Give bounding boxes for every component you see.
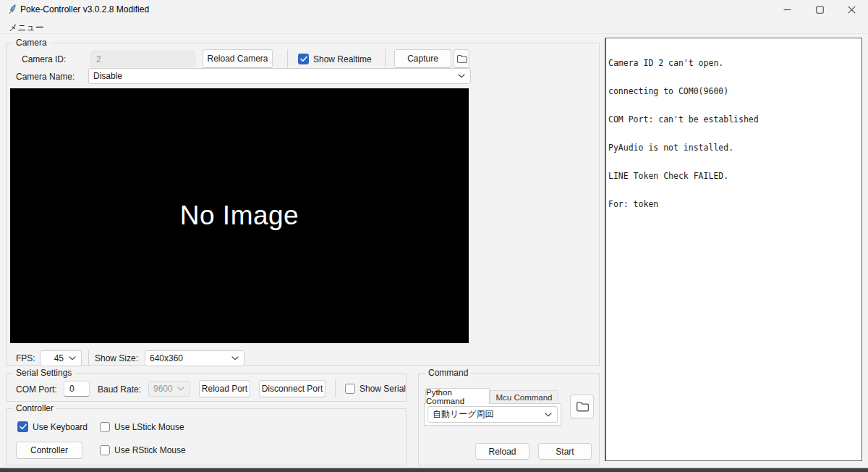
chevron-down-icon bbox=[545, 413, 552, 417]
use-rstick-mouse-label: Use RStick Mouse bbox=[114, 445, 186, 455]
start-button[interactable]: Start bbox=[538, 443, 592, 460]
com-port-value: 0 bbox=[69, 384, 75, 394]
check-icon bbox=[20, 423, 27, 430]
checkbox-unchecked-icon bbox=[345, 384, 355, 394]
command-group-label: Command bbox=[425, 368, 471, 379]
chevron-down-icon bbox=[458, 74, 465, 78]
log-line: PyAudio is not installed. bbox=[608, 143, 859, 153]
show-size-label: Show Size: bbox=[95, 353, 138, 363]
fps-combobox[interactable]: 45 bbox=[40, 350, 82, 366]
separator bbox=[335, 380, 336, 397]
controller-button[interactable]: Controller bbox=[16, 442, 82, 459]
menu-bar: メニュー bbox=[0, 19, 868, 34]
camera-name-combobox[interactable]: Disable bbox=[88, 68, 471, 84]
fps-label: FPS: bbox=[16, 353, 35, 363]
disconnect-port-button[interactable]: Disconnect Port bbox=[259, 380, 326, 397]
reload-button[interactable]: Reload bbox=[475, 443, 529, 460]
camera-preview-canvas: No Image bbox=[10, 88, 469, 343]
log-line: COM Port: can't be established bbox=[608, 115, 859, 125]
chevron-down-icon bbox=[69, 356, 76, 361]
menu-item-menu[interactable]: メニュー bbox=[6, 21, 47, 35]
show-size-combobox[interactable]: 640x360 bbox=[145, 350, 244, 366]
show-serial-checkbox[interactable]: Show Serial bbox=[345, 384, 406, 394]
camera-group-label: Camera bbox=[13, 38, 50, 49]
show-serial-label: Show Serial bbox=[359, 384, 406, 394]
separator bbox=[287, 49, 288, 68]
chevron-down-icon bbox=[177, 387, 184, 391]
log-output[interactable]: Camera ID 2 can't open. connecting to CO… bbox=[605, 38, 862, 461]
checkbox-unchecked-icon bbox=[100, 445, 110, 455]
folder-icon bbox=[576, 401, 589, 413]
window-bottom-edge bbox=[0, 468, 868, 472]
checkbox-checked-icon bbox=[298, 54, 309, 64]
separator bbox=[88, 350, 89, 366]
show-realtime-label: Show Realtime bbox=[313, 54, 372, 64]
com-port-label: COM Port: bbox=[16, 384, 57, 395]
serial-settings-group-label: Serial Settings bbox=[13, 368, 75, 379]
maximize-button[interactable] bbox=[803, 0, 836, 19]
window-title: Poke-Controller v3.0.2.8 Modified bbox=[20, 4, 149, 14]
use-lstick-mouse-checkbox[interactable]: Use LStick Mouse bbox=[100, 422, 184, 432]
camera-id-label: Camera ID: bbox=[22, 54, 66, 64]
show-realtime-checkbox[interactable]: Show Realtime bbox=[298, 54, 372, 64]
camera-id-field[interactable]: 2 bbox=[90, 51, 195, 67]
no-image-text: No Image bbox=[180, 201, 299, 231]
poke-controller-window: Poke-Controller v3.0.2.8 Modified メニュー C… bbox=[0, 0, 868, 472]
use-rstick-mouse-checkbox[interactable]: Use RStick Mouse bbox=[100, 445, 186, 455]
log-line: Camera ID 2 can't open. bbox=[608, 59, 859, 68]
checkbox-unchecked-icon bbox=[100, 422, 110, 432]
command-folder-button[interactable] bbox=[570, 395, 594, 418]
use-keyboard-checkbox[interactable]: Use Keyboard bbox=[17, 421, 88, 432]
reload-port-button[interactable]: Reload Port bbox=[199, 380, 250, 397]
reload-camera-button[interactable]: Reload Camera bbox=[203, 49, 273, 68]
tab-python-command[interactable]: Python Command bbox=[425, 388, 490, 404]
baud-rate-combobox[interactable]: 9600 bbox=[148, 381, 190, 397]
camera-name-label: Camera Name: bbox=[16, 72, 75, 82]
app-feather-icon bbox=[7, 4, 18, 15]
camera-id-value: 2 bbox=[96, 54, 101, 64]
close-button[interactable] bbox=[835, 0, 868, 19]
tab-mcu-command[interactable]: Mcu Command bbox=[490, 390, 558, 404]
checkbox-checked-icon bbox=[17, 421, 28, 432]
show-size-value: 640x360 bbox=[150, 353, 183, 363]
command-select-value: 自動リーグ周回 bbox=[433, 408, 494, 421]
camera-name-value: Disable bbox=[93, 71, 122, 81]
baud-rate-label: Baud Rate: bbox=[98, 384, 141, 395]
close-icon bbox=[848, 6, 856, 14]
controller-group-label: Controller bbox=[13, 403, 56, 414]
command-select-combobox[interactable]: 自動リーグ周回 bbox=[427, 406, 558, 423]
use-lstick-mouse-label: Use LStick Mouse bbox=[114, 422, 184, 432]
title-bar: Poke-Controller v3.0.2.8 Modified bbox=[0, 0, 868, 19]
use-keyboard-label: Use Keyboard bbox=[33, 422, 88, 432]
separator bbox=[385, 49, 386, 68]
maximize-icon bbox=[816, 6, 824, 14]
minimize-icon bbox=[783, 6, 791, 14]
log-line: connecting to COM0(9600) bbox=[608, 87, 859, 96]
log-line: LINE Token Check FAILED. bbox=[608, 172, 859, 181]
minimize-button[interactable] bbox=[770, 0, 804, 19]
log-line: For: token bbox=[608, 200, 859, 209]
check-icon bbox=[300, 56, 307, 62]
folder-icon bbox=[456, 54, 467, 64]
com-port-field[interactable]: 0 bbox=[64, 381, 90, 397]
chevron-down-icon bbox=[231, 356, 239, 361]
capture-button[interactable]: Capture bbox=[394, 49, 451, 68]
capture-folder-button[interactable] bbox=[454, 49, 469, 68]
